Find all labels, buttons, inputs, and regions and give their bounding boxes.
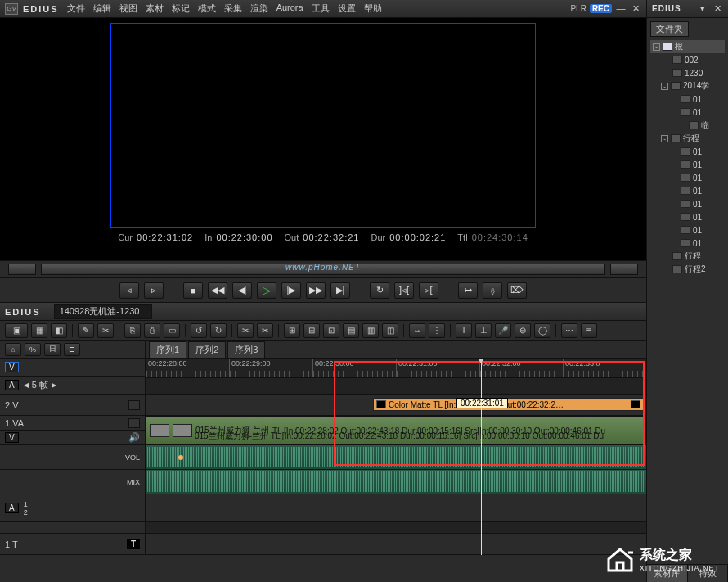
track-vol[interactable]	[146, 445, 646, 470]
tool-14[interactable]: ⊡	[323, 323, 339, 338]
tool-19[interactable]: ⋮	[429, 323, 445, 338]
tool-17[interactable]: ◫	[382, 323, 398, 338]
tool-8[interactable]: ↺	[191, 323, 207, 338]
tool-3[interactable]: ✎	[78, 323, 94, 338]
tool-9[interactable]: ↻	[210, 323, 227, 338]
play-button[interactable]: ▷	[257, 282, 276, 299]
track-head-v-mute[interactable]: V 🔊	[0, 431, 145, 445]
menu-view[interactable]: 视图	[119, 2, 137, 15]
tree-item[interactable]: 01	[650, 184, 725, 197]
tc-out[interactable]: 00:22:32:21	[303, 232, 359, 242]
next-edit-button[interactable]: ↦	[458, 282, 478, 299]
tool-1[interactable]: ▦	[31, 323, 47, 338]
fast-fwd-button[interactable]: ▶▶	[306, 282, 326, 299]
tool-24[interactable]: ◯	[534, 323, 550, 338]
tool-11[interactable]: ✂	[257, 323, 273, 338]
set-out-in-button[interactable]: ▹[	[419, 282, 438, 299]
tool-16[interactable]: ▥	[362, 323, 379, 338]
mark-in-button[interactable]: ◃	[119, 282, 139, 299]
track-t1[interactable]	[146, 534, 646, 555]
tree-item[interactable]: -行程	[650, 132, 725, 145]
tree-item[interactable]: 01	[650, 145, 725, 158]
close-button[interactable]: ✕	[630, 3, 641, 15]
tool-2[interactable]: ◧	[51, 323, 67, 338]
menu-tools[interactable]: 工具	[312, 2, 330, 15]
loop-button[interactable]: ↻	[370, 282, 389, 299]
track-head-v[interactable]: V	[0, 359, 145, 377]
track-v2-icon[interactable]	[128, 400, 140, 410]
subbtn-home[interactable]: ⌂	[5, 343, 21, 356]
stop-button[interactable]: ■	[183, 282, 203, 299]
tree-item[interactable]: 01	[650, 92, 725, 106]
tree-item[interactable]: 行程	[650, 250, 725, 263]
mode-rec[interactable]: REC	[590, 4, 612, 13]
tool-21[interactable]: ⊥	[475, 323, 492, 338]
track-v-mute-badge[interactable]: V	[5, 432, 19, 443]
bin-menu-icon[interactable]: ▾	[697, 3, 708, 15]
tool-4[interactable]: ✂	[97, 323, 114, 338]
tool-25[interactable]: ⋯	[561, 323, 577, 338]
tree-item[interactable]: 01	[650, 171, 725, 184]
track-mix[interactable]	[146, 470, 646, 494]
menu-help[interactable]: 帮助	[364, 2, 382, 15]
tree-item[interactable]: 01	[650, 223, 725, 237]
menu-clip[interactable]: 素材	[146, 2, 164, 15]
tree-item[interactable]: 行程2	[650, 263, 725, 276]
menu-settings[interactable]: 设置	[338, 2, 356, 15]
clip-color-matte[interactable]: Color Matte TL [In:00:22:30:00 Out:00:22…	[373, 398, 646, 411]
t-badge[interactable]: T	[127, 539, 140, 549]
tree-item[interactable]: 01	[650, 106, 725, 119]
tree-item[interactable]: 002	[650, 53, 725, 66]
tool-26[interactable]: ≡	[581, 323, 597, 338]
tree-expander[interactable]: -	[661, 83, 668, 90]
track-v2[interactable]: Color Matte TL [In:00:22:30:00 Out:00:22…	[146, 395, 646, 416]
track-va1[interactable]: 015兰州威力狮-兰州 TL [In:00:22:28:02 Out:00:22…	[146, 416, 646, 445]
track-head-vol[interactable]: VOL	[0, 445, 145, 470]
mode-plr[interactable]: PLR	[570, 4, 586, 13]
menu-file[interactable]: 文件	[67, 2, 85, 15]
subbtn-snap[interactable]: ⊏	[64, 343, 80, 356]
menu-aurora[interactable]: Aurora	[276, 2, 303, 15]
vol-line[interactable]	[146, 458, 646, 458]
tool-23[interactable]: ⊖	[515, 323, 531, 338]
tool-10[interactable]: ✂	[237, 323, 254, 338]
scrub-seg-left[interactable]	[8, 264, 36, 275]
time-ruler-bottom[interactable]	[146, 378, 646, 395]
tool-13[interactable]: ⊟	[303, 323, 320, 338]
tree-item[interactable]: 临	[650, 119, 725, 132]
scrub-seg-right[interactable]	[610, 264, 638, 275]
track-head-va1[interactable]: 1 VA	[0, 416, 145, 431]
speaker-icon[interactable]: 🔊	[128, 432, 140, 443]
menu-render[interactable]: 渲染	[250, 2, 268, 15]
minimize-button[interactable]: —	[615, 3, 627, 15]
rewind-button[interactable]: ◀◀	[208, 282, 227, 299]
tree-item[interactable]: -根	[650, 40, 725, 53]
step-back-button[interactable]: ◀|	[232, 282, 252, 299]
tool-20[interactable]: T	[456, 323, 472, 338]
track-va1-icon[interactable]	[128, 418, 140, 428]
set-in-out-button[interactable]: ]◃[	[394, 282, 414, 299]
track-head-v2[interactable]: 2 V	[0, 395, 145, 416]
tool-12[interactable]: ⊞	[284, 323, 300, 338]
tree-item[interactable]: 1230	[650, 66, 725, 79]
vol-keyframe[interactable]	[178, 455, 183, 460]
tree-item[interactable]: 01	[650, 237, 725, 250]
menu-mode[interactable]: 模式	[198, 2, 216, 15]
time-ruler-top[interactable]: 00:22:28:00 00:22:29:00 00:22:30:00 00:2…	[146, 359, 646, 378]
tree-expander[interactable]: -	[661, 135, 668, 142]
overwrite-button[interactable]: ⌦	[507, 282, 527, 299]
tree-item[interactable]: -2014学	[650, 79, 725, 92]
track-head-a[interactable]: A ◀ 5 帧 ▶	[0, 377, 145, 395]
tree-item[interactable]: 01	[650, 197, 725, 210]
bin-close-button[interactable]: ✕	[712, 3, 723, 15]
mark-out-button[interactable]: ▹	[144, 282, 164, 299]
tree-item[interactable]: 01	[650, 210, 725, 223]
folder-tab[interactable]: 文件夹	[650, 21, 689, 37]
tc-dur[interactable]: 00:00:02:21	[389, 232, 446, 242]
menu-marker[interactable]: 标记	[172, 2, 190, 15]
track-head-a12[interactable]: A 1 2	[0, 494, 145, 522]
tool-0[interactable]: ▣	[5, 323, 28, 338]
a12-badge[interactable]: A	[5, 503, 19, 513]
tree-item[interactable]: 01	[650, 158, 725, 171]
subbtn-link[interactable]: %	[25, 343, 41, 356]
